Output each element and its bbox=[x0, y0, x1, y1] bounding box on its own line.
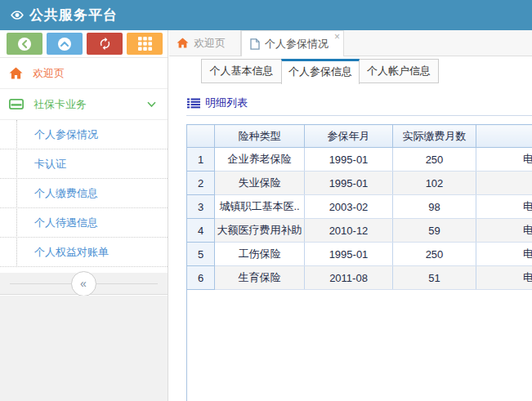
sidebar-item-card-authentication[interactable]: 卡认证 bbox=[0, 149, 168, 179]
close-icon[interactable]: × bbox=[334, 32, 340, 42]
section-title-label: 明细列表 bbox=[205, 96, 248, 110]
app-header: 公共服务平台 bbox=[0, 0, 532, 30]
cell-start-month: 1995-01 bbox=[305, 148, 393, 172]
datagrid: 险种类型 参保年月 实际缴费月数 1 企业养老保险 1995-01 250 电 bbox=[186, 124, 532, 401]
main-panel: 欢迎页 个人参保情况 × 个人基本信息 个人参保信息 个人帐户信息 明细列表 bbox=[169, 30, 532, 401]
card-icon bbox=[9, 99, 24, 109]
cell-paid-months: 250 bbox=[393, 148, 476, 172]
cell-start-month: 2011-08 bbox=[305, 266, 393, 290]
subtab-account-info[interactable]: 个人帐户信息 bbox=[359, 59, 439, 83]
table-row[interactable]: 3 城镇职工基本医.. 2003-02 98 电 bbox=[187, 195, 532, 219]
home-icon bbox=[9, 67, 23, 79]
cell-paid-months: 51 bbox=[393, 266, 476, 290]
sidebar-item-personal-insurance-status[interactable]: 个人参保情况 bbox=[0, 120, 168, 149]
cell-start-month: 1995-01 bbox=[305, 243, 393, 266]
cell-start-month: 2003-02 bbox=[305, 195, 393, 219]
grid-menu-button[interactable] bbox=[127, 33, 163, 55]
tab-label: 个人参保情况 bbox=[265, 37, 329, 51]
cell-insurance-type: 大额医疗费用补助 bbox=[215, 219, 305, 243]
col-header-rownum[interactable] bbox=[187, 125, 215, 148]
table-row[interactable]: 6 生育保险 2011-08 51 电 bbox=[187, 266, 532, 290]
tab-bar: 欢迎页 个人参保情况 × bbox=[169, 30, 532, 56]
cell-paid-months: 98 bbox=[393, 195, 476, 219]
sidebar-submenu: 个人参保情况 卡认证 个人缴费信息 个人待遇信息 个人权益对账单 bbox=[0, 120, 168, 267]
sidebar-item-welcome[interactable]: 欢迎页 bbox=[0, 58, 168, 89]
col-header-start-month[interactable]: 参保年月 bbox=[305, 125, 393, 148]
cell-paid-months: 59 bbox=[393, 219, 476, 243]
tab-welcome[interactable]: 欢迎页 bbox=[169, 30, 241, 56]
cell-extra bbox=[476, 172, 532, 195]
cell-extra: 电 bbox=[476, 195, 532, 219]
back-button[interactable] bbox=[7, 33, 42, 55]
sidebar: 欢迎页 社保卡业务 个人参保情况 卡认证 个人缴费信息 个人待遇信息 个人权益对… bbox=[0, 30, 168, 401]
cell-extra: 电 bbox=[476, 243, 532, 266]
tab-personal-insurance-status[interactable]: 个人参保情况 × bbox=[241, 30, 344, 56]
sidebar-group-social-card[interactable]: 社保卡业务 bbox=[0, 89, 168, 120]
chevron-down-icon bbox=[147, 101, 156, 108]
section-title: 明细列表 bbox=[187, 96, 248, 110]
cell-rownum: 5 bbox=[187, 243, 215, 266]
subtab-basic-info[interactable]: 个人基本信息 bbox=[201, 59, 282, 83]
table-header-row: 险种类型 参保年月 实际缴费月数 bbox=[187, 125, 532, 148]
sidebar-item-label: 欢迎页 bbox=[33, 66, 65, 81]
app: 公共服务平台 欢迎页 bbox=[0, 0, 532, 401]
cell-rownum: 2 bbox=[187, 172, 215, 195]
table-row[interactable]: 2 失业保险 1995-01 102 bbox=[187, 172, 532, 195]
table-row[interactable]: 4 大额医疗费用补助 2010-12 59 电 bbox=[187, 219, 532, 243]
sidebar-footer bbox=[0, 296, 168, 401]
cell-insurance-type: 生育保险 bbox=[215, 266, 305, 290]
sidebar-item-personal-rights-statement[interactable]: 个人权益对账单 bbox=[0, 238, 168, 267]
cell-rownum: 4 bbox=[187, 219, 215, 243]
col-header-insurance-type[interactable]: 险种类型 bbox=[215, 125, 305, 148]
up-button[interactable] bbox=[47, 33, 83, 55]
cell-start-month: 2010-12 bbox=[305, 219, 393, 243]
tab-label: 欢迎页 bbox=[194, 36, 226, 51]
table-row[interactable]: 5 工伤保险 1995-01 250 电 bbox=[187, 243, 532, 266]
cell-insurance-type: 工伤保险 bbox=[215, 243, 305, 266]
sidebar-toolbar bbox=[0, 30, 168, 58]
insurance-table: 险种类型 参保年月 实际缴费月数 1 企业养老保险 1995-01 250 电 bbox=[186, 124, 532, 290]
subtab-insurance-info[interactable]: 个人参保信息 bbox=[281, 59, 360, 84]
list-icon bbox=[187, 98, 200, 109]
sidebar-collapse-band: « bbox=[0, 273, 168, 295]
table-row[interactable]: 1 企业养老保险 1995-01 250 电 bbox=[187, 148, 532, 172]
cell-insurance-type: 失业保险 bbox=[215, 172, 305, 195]
col-header-paid-months[interactable]: 实际缴费月数 bbox=[393, 125, 476, 148]
refresh-button[interactable] bbox=[87, 33, 123, 55]
cell-rownum: 3 bbox=[187, 195, 215, 219]
collapse-sidebar-button[interactable]: « bbox=[71, 271, 96, 296]
divider bbox=[186, 115, 532, 116]
eye-icon bbox=[10, 10, 25, 20]
cell-extra: 电 bbox=[476, 148, 532, 172]
cell-rownum: 6 bbox=[187, 266, 215, 290]
cell-extra: 电 bbox=[476, 266, 532, 290]
sidebar-item-personal-benefit-info[interactable]: 个人待遇信息 bbox=[0, 208, 168, 238]
document-icon bbox=[250, 38, 260, 50]
sidebar-group-label: 社保卡业务 bbox=[34, 97, 87, 112]
cell-extra: 电 bbox=[476, 219, 532, 243]
sidebar-item-personal-payment-info[interactable]: 个人缴费信息 bbox=[0, 179, 168, 208]
cell-insurance-type: 企业养老保险 bbox=[215, 148, 305, 172]
sidebar-menu: 欢迎页 社保卡业务 个人参保情况 卡认证 个人缴费信息 个人待遇信息 个人权益对… bbox=[0, 58, 168, 267]
col-header-extra[interactable] bbox=[476, 125, 532, 148]
cell-insurance-type: 城镇职工基本医.. bbox=[215, 195, 305, 219]
cell-start-month: 1995-01 bbox=[305, 172, 393, 195]
cell-paid-months: 102 bbox=[393, 172, 476, 195]
subtab-bar: 个人基本信息 个人参保信息 个人帐户信息 bbox=[201, 59, 439, 84]
cell-paid-months: 250 bbox=[393, 243, 476, 266]
home-icon bbox=[177, 38, 189, 48]
app-title: 公共服务平台 bbox=[29, 6, 118, 25]
cell-rownum: 1 bbox=[187, 148, 215, 172]
